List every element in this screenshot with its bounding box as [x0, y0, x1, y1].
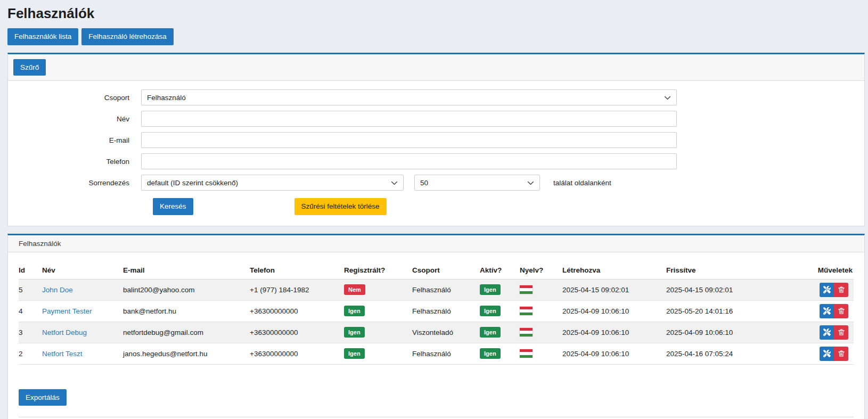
filter-row-sort: Sorrendezés default (ID szerint csökkenő…: [19, 175, 854, 191]
cell-group: Viszonteladó: [412, 322, 480, 343]
registered-badge: Nem: [344, 284, 365, 295]
user-id: 2: [19, 350, 23, 358]
cell-email: janos.hegedus@netfort.hu: [123, 343, 250, 364]
cell-active: Igen: [480, 343, 520, 364]
delete-user-button[interactable]: [834, 325, 848, 340]
export-row: Exportálás: [19, 389, 854, 406]
user-name-link[interactable]: John Doe: [42, 286, 73, 294]
col-actions: Műveletek: [791, 261, 854, 280]
user-name-link[interactable]: Netfort Debug: [42, 328, 87, 336]
phone-label: Telefon: [19, 158, 141, 166]
filter-toggle-button[interactable]: Szűrő: [13, 59, 46, 76]
tab-users-list[interactable]: Felhasználók lista: [7, 28, 78, 45]
cell-language: [520, 343, 562, 364]
cell-id: 5: [19, 279, 42, 300]
user-created: 2025-04-15 09:02:01: [562, 286, 629, 294]
filter-row-group: Csoport Felhasználó: [19, 89, 854, 105]
per-page-suffix: találat oldalanként: [553, 179, 611, 187]
edit-user-button[interactable]: [820, 304, 834, 318]
user-phone: +36300000000: [250, 307, 298, 315]
cell-email: balint200@yahoo.com: [123, 279, 250, 300]
trash-icon: [838, 328, 845, 336]
cell-actions: [791, 343, 854, 364]
col-language: Nyelv?: [520, 261, 562, 280]
cell-group: Felhasználó: [412, 300, 480, 322]
page: Felhasználók Felhasználók lista Felhaszn…: [0, 0, 868, 419]
name-input[interactable]: [141, 111, 677, 127]
cell-registered: Igen: [344, 300, 412, 322]
registered-badge: Igen: [344, 306, 365, 316]
trash-icon: [838, 350, 845, 357]
users-table-header-row: Id Név E-mail Telefon Regisztrált? Csopo…: [19, 261, 854, 280]
edit-user-button[interactable]: [820, 325, 834, 340]
delete-user-button[interactable]: [834, 347, 848, 361]
active-badge: Igen: [480, 306, 501, 316]
user-updated: 2025-04-16 07:05:24: [666, 350, 733, 358]
trash-icon: [838, 286, 845, 293]
table-row: 4 Payment Tester bank@netfort.hu +363000…: [19, 300, 854, 322]
delete-user-button[interactable]: [834, 283, 848, 297]
cell-group: Felhasználó: [412, 279, 480, 300]
user-phone: +36300000000: [250, 350, 298, 358]
user-name-link[interactable]: Netfort Teszt: [42, 350, 83, 358]
screwdriver-wrench-icon: [823, 286, 831, 293]
cell-group: Felhasználó: [412, 343, 480, 364]
chevron-down-icon: [391, 179, 398, 186]
cell-email: bank@netfort.hu: [123, 300, 250, 322]
edit-user-button[interactable]: [820, 283, 834, 297]
filter-row-email: E-mail: [19, 132, 854, 148]
sort-select[interactable]: default (ID szerint csökkenő): [141, 175, 404, 191]
users-table-body: 5 John Doe balint200@yahoo.com +1 (977) …: [19, 279, 854, 364]
action-button-group: [791, 283, 848, 297]
cell-updated: 2025-04-09 10:06:10: [666, 322, 791, 343]
col-email: E-mail: [123, 261, 250, 280]
cell-id: 2: [19, 343, 42, 364]
cell-language: [520, 300, 562, 322]
users-panel: Felhasználók Id Név E-mail Telefon Regis…: [7, 234, 865, 419]
cell-phone: +36300000000: [250, 300, 344, 322]
user-email: janos.hegedus@netfort.hu: [123, 350, 208, 358]
users-panel-header: Felhasználók: [8, 235, 864, 252]
per-page-select[interactable]: 50: [414, 175, 540, 191]
email-label: E-mail: [19, 136, 141, 144]
user-created: 2025-04-09 10:06:10: [562, 307, 629, 315]
user-name-link[interactable]: Payment Tester: [42, 307, 92, 315]
email-input[interactable]: [141, 132, 677, 148]
users-panel-body: Id Név E-mail Telefon Regisztrált? Csopo…: [8, 252, 864, 419]
edit-user-button[interactable]: [820, 347, 834, 361]
col-registered: Regisztrált?: [344, 261, 412, 280]
registered-badge: Igen: [344, 327, 365, 338]
trash-icon: [838, 307, 845, 315]
cell-email: netfortdebug@gmail.com: [123, 322, 250, 343]
cell-phone: +36300000000: [250, 343, 344, 364]
filter-row-name: Név: [19, 111, 854, 127]
search-button[interactable]: Keresés: [153, 198, 193, 215]
cell-active: Igen: [480, 300, 520, 322]
action-button-group: [791, 347, 848, 361]
user-group: Felhasználó: [412, 286, 451, 294]
cell-updated: 2025-04-15 09:02:01: [666, 279, 791, 300]
cell-created: 2025-04-09 10:06:10: [562, 343, 666, 364]
col-updated: Frissítve: [666, 261, 791, 280]
cell-actions: [791, 322, 854, 343]
user-email: bank@netfort.hu: [123, 307, 176, 315]
filter-row-phone: Telefon: [19, 153, 854, 169]
tab-create-user[interactable]: Felhasználó létrehozása: [81, 28, 173, 45]
export-button[interactable]: Exportálás: [19, 389, 67, 406]
col-created: Létrehozva: [562, 261, 666, 280]
clear-filters-button[interactable]: Szűrési feltételek törlése: [294, 198, 387, 215]
delete-user-button[interactable]: [834, 304, 848, 318]
user-id: 5: [19, 286, 23, 294]
cell-registered: Igen: [344, 322, 412, 343]
cell-name: Netfort Teszt: [42, 343, 123, 364]
group-label: Csoport: [19, 94, 141, 102]
group-select[interactable]: Felhasználó: [141, 89, 677, 105]
phone-input[interactable]: [141, 153, 677, 169]
chevron-down-icon: [527, 179, 534, 186]
user-id: 3: [19, 328, 23, 336]
cell-language: [520, 322, 562, 343]
user-group: Felhasználó: [412, 350, 451, 358]
screwdriver-wrench-icon: [823, 328, 831, 336]
filter-panel-body: Csoport Felhasználó Név E-mail Telefon: [8, 81, 864, 226]
group-select-value: Felhasználó: [147, 94, 186, 102]
